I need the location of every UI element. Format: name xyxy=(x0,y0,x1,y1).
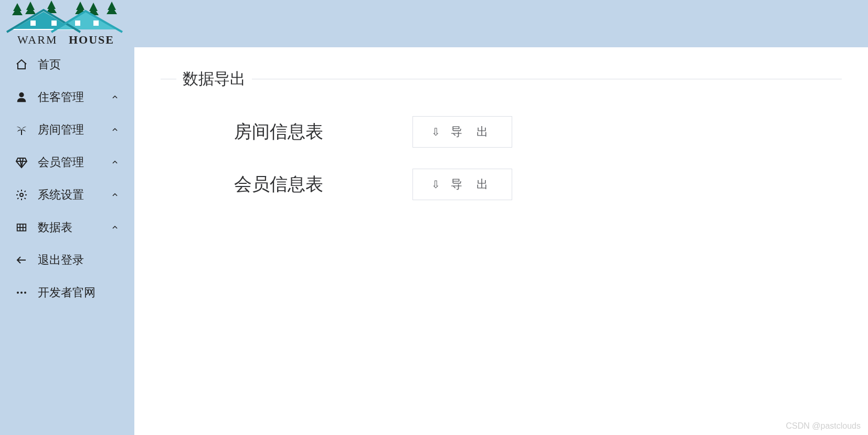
chevron-up-icon xyxy=(110,92,120,102)
chevron-up-icon xyxy=(110,223,120,232)
export-label: 房间信息表 xyxy=(234,120,412,144)
sidebar-item-label: 数据表 xyxy=(38,220,110,235)
sidebar-item-guests[interactable]: 住客管理 xyxy=(0,81,134,113)
sidebar-item-label: 住客管理 xyxy=(38,89,110,105)
svg-point-34 xyxy=(24,292,26,294)
logo: WARM HOUSE xyxy=(0,0,134,48)
svg-point-26 xyxy=(20,193,23,196)
main-content: 数据导出 房间信息表 ⇩ 导 出 会员信息表 ⇩ 导 出 xyxy=(134,47,868,435)
svg-text:WARM: WARM xyxy=(17,33,57,46)
svg-text:HOUSE: HOUSE xyxy=(69,33,114,46)
button-label: 导 出 xyxy=(451,177,493,192)
svg-rect-17 xyxy=(75,20,80,26)
divider-right xyxy=(252,79,842,79)
export-button-member[interactable]: ⇩ 导 出 xyxy=(412,169,512,200)
chevron-up-icon xyxy=(110,125,120,134)
svg-rect-16 xyxy=(51,20,57,26)
palm-icon xyxy=(15,123,28,137)
sidebar-item-datatable[interactable]: 数据表 xyxy=(0,211,134,244)
chevron-up-icon xyxy=(110,158,120,167)
sidebar-item-label: 开发者官网 xyxy=(38,285,120,301)
diamond-icon xyxy=(15,156,28,169)
sidebar-item-label: 退出登录 xyxy=(38,252,120,268)
export-row-room: 房间信息表 ⇩ 导 出 xyxy=(161,116,842,148)
download-icon: ⇩ xyxy=(431,178,446,191)
sidebar-item-label: 会员管理 xyxy=(38,154,110,170)
chevron-up-icon xyxy=(110,190,120,200)
export-row-member: 会员信息表 ⇩ 导 出 xyxy=(161,169,842,200)
gear-icon xyxy=(15,188,28,202)
sidebar-item-label: 系统设置 xyxy=(38,187,110,203)
sidebar-item-label: 房间管理 xyxy=(38,122,110,138)
sidebar: WARM HOUSE 首页 住客管理 房间管理 xyxy=(0,0,134,435)
export-button-room[interactable]: ⇩ 导 出 xyxy=(412,116,512,148)
sidebar-item-developer[interactable]: 开发者官网 xyxy=(0,276,134,309)
grid-icon xyxy=(15,221,28,234)
home-icon xyxy=(15,58,28,71)
svg-point-21 xyxy=(19,92,24,97)
sidebar-item-logout[interactable]: 退出登录 xyxy=(0,244,134,276)
nav-list: 首页 住客管理 房间管理 会员管理 xyxy=(0,48,134,309)
dots-icon xyxy=(15,286,28,299)
section-header: 数据导出 xyxy=(161,68,842,90)
divider-left xyxy=(161,79,176,79)
sidebar-item-members[interactable]: 会员管理 xyxy=(0,146,134,179)
sidebar-item-settings[interactable]: 系统设置 xyxy=(0,179,134,211)
section-title: 数据导出 xyxy=(183,68,246,90)
sidebar-item-label: 首页 xyxy=(38,57,120,72)
download-icon: ⇩ xyxy=(431,126,446,138)
button-label: 导 出 xyxy=(451,124,493,140)
sidebar-item-rooms[interactable]: 房间管理 xyxy=(0,113,134,146)
svg-point-32 xyxy=(17,292,19,294)
person-icon xyxy=(15,90,28,104)
sidebar-item-home[interactable]: 首页 xyxy=(0,48,134,81)
svg-rect-15 xyxy=(30,20,36,26)
watermark: CSDN @pastclouds xyxy=(786,421,861,431)
logo-svg: WARM HOUSE xyxy=(2,1,133,48)
export-label: 会员信息表 xyxy=(234,172,412,196)
svg-point-33 xyxy=(20,292,23,294)
arrow-left-icon xyxy=(15,253,28,267)
svg-rect-18 xyxy=(93,20,99,26)
